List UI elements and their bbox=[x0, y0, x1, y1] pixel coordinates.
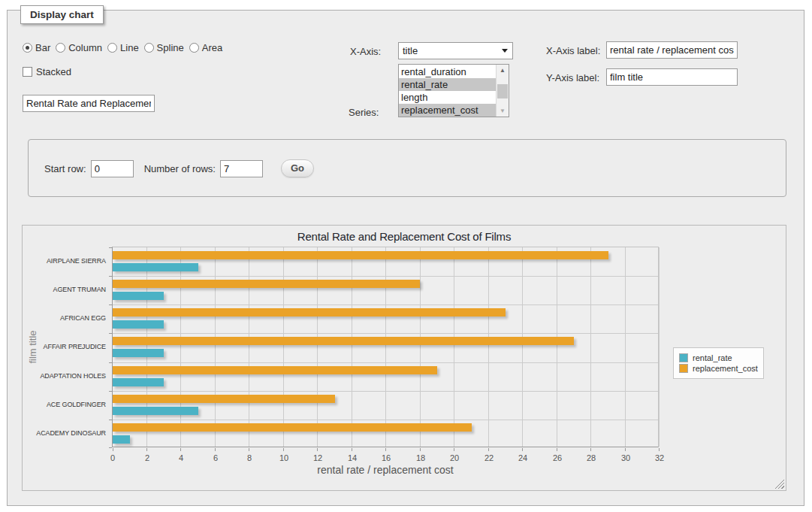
legend-swatch-replacement_cost bbox=[679, 364, 688, 373]
bar-rental_rate bbox=[113, 435, 130, 444]
legend-row-replacement_cost: replacement_cost bbox=[679, 364, 758, 373]
gridline-x bbox=[146, 247, 147, 447]
radio-label-line[interactable]: Line bbox=[120, 42, 139, 53]
radio-area[interactable] bbox=[189, 43, 199, 53]
series-option-rental_duration[interactable]: rental_duration bbox=[399, 65, 496, 78]
bar-replacement_cost bbox=[113, 366, 437, 374]
chart-title-input[interactable] bbox=[23, 95, 155, 112]
radio-spline[interactable] bbox=[144, 43, 154, 53]
radio-column[interactable] bbox=[56, 43, 65, 53]
series-option-replacement_cost[interactable]: replacement_cost bbox=[399, 104, 496, 117]
chart-type-radio-group: BarColumnLineSplineArea bbox=[23, 42, 222, 53]
gridline-y bbox=[113, 333, 658, 334]
chart-x-axis-title: rental rate / replacement cost bbox=[112, 464, 659, 476]
radio-label-column[interactable]: Column bbox=[68, 42, 102, 53]
series-listbox[interactable]: rental_durationrental_ratelengthreplacem… bbox=[398, 64, 509, 117]
bar-replacement_cost bbox=[113, 280, 420, 288]
y-tick-mark bbox=[109, 333, 112, 334]
x-tick-mark bbox=[625, 448, 626, 451]
chart-type-option-line[interactable]: Line bbox=[107, 42, 139, 53]
gridline-y bbox=[113, 391, 658, 392]
y-tick-mark bbox=[109, 247, 112, 248]
y-axis-label-caption: Y-Axis label: bbox=[546, 72, 599, 83]
bar-rental_rate bbox=[113, 320, 164, 329]
series-scrollbar[interactable]: ▲ ▼ bbox=[496, 65, 509, 117]
gridline-x bbox=[625, 247, 626, 447]
x-axis-label-input[interactable] bbox=[606, 41, 738, 59]
chevron-down-icon bbox=[502, 49, 508, 53]
plot-area: 02468101214161820222426283032 bbox=[112, 247, 659, 447]
stacked-option[interactable]: Stacked bbox=[23, 66, 71, 77]
gridline-y bbox=[113, 362, 658, 363]
chart-type-option-column[interactable]: Column bbox=[56, 42, 102, 53]
fieldset-legend: Display chart bbox=[20, 5, 104, 24]
x-tick-label: 28 bbox=[576, 453, 606, 462]
legend-label-rental_rate: rental_rate bbox=[693, 353, 732, 362]
category-label: AFFAIR PREJUDICE bbox=[29, 332, 106, 361]
category-label: ACE GOLDFINGER bbox=[29, 390, 106, 419]
category-label: AFRICAN EGG bbox=[29, 304, 106, 332]
x-tick-label: 32 bbox=[644, 453, 675, 462]
y-tick-mark bbox=[109, 391, 112, 392]
x-tick-mark bbox=[215, 448, 216, 451]
y-axis-label-input[interactable] bbox=[606, 68, 738, 86]
chart-legend: rental_ratereplacement_cost bbox=[673, 347, 764, 379]
x-axis-select-label: X-Axis: bbox=[350, 46, 381, 57]
gridline-x bbox=[659, 247, 660, 447]
scrollbar-thumb[interactable] bbox=[497, 84, 508, 98]
stacked-checkbox[interactable] bbox=[23, 67, 32, 77]
x-tick-label: 18 bbox=[406, 453, 436, 462]
chart-type-option-spline[interactable]: Spline bbox=[144, 42, 184, 53]
x-axis-select[interactable]: title bbox=[398, 42, 513, 59]
x-tick-label: 24 bbox=[508, 453, 538, 462]
x-tick-mark bbox=[113, 448, 113, 451]
radio-label-bar[interactable]: Bar bbox=[35, 42, 50, 53]
y-tick-mark bbox=[109, 362, 112, 363]
start-row-input[interactable] bbox=[91, 160, 134, 177]
radio-label-spline[interactable]: Spline bbox=[157, 42, 184, 53]
legend-label-replacement_cost: replacement_cost bbox=[693, 364, 758, 373]
num-rows-input[interactable] bbox=[220, 160, 263, 177]
x-tick-label: 22 bbox=[474, 453, 504, 462]
gridline-y bbox=[113, 304, 658, 305]
category-labels: AIRPLANE SIERRAAGENT TRUMANAFRICAN EGGAF… bbox=[29, 247, 106, 447]
gridline-x bbox=[352, 247, 352, 447]
x-tick-mark bbox=[146, 448, 147, 451]
category-label: ACADEMY DINOSAUR bbox=[29, 419, 106, 447]
stacked-label[interactable]: Stacked bbox=[36, 66, 71, 77]
radio-bar-checked[interactable] bbox=[23, 43, 32, 53]
x-tick-mark bbox=[420, 448, 421, 451]
y-tick-mark bbox=[109, 276, 112, 277]
chart-panel: Rental Rate and Replacement Cost of Film… bbox=[22, 225, 786, 491]
gridline-y bbox=[113, 276, 658, 277]
gridline-x bbox=[420, 247, 421, 447]
go-button[interactable]: Go bbox=[281, 159, 314, 177]
x-tick-mark bbox=[488, 448, 489, 451]
x-tick-label: 8 bbox=[234, 453, 264, 462]
chart-type-option-area[interactable]: Area bbox=[189, 42, 222, 53]
x-tick-mark bbox=[352, 448, 352, 451]
series-select-label: Series: bbox=[349, 107, 379, 118]
gridline-x bbox=[590, 247, 591, 447]
resize-grip-icon[interactable] bbox=[774, 479, 784, 489]
series-option-rental_rate[interactable]: rental_rate bbox=[399, 78, 496, 91]
series-option-length[interactable]: length bbox=[399, 91, 496, 104]
scroll-down-icon[interactable]: ▼ bbox=[497, 105, 509, 117]
gridline-y bbox=[113, 420, 658, 420]
bar-replacement_cost bbox=[113, 251, 608, 259]
bar-rental_rate bbox=[113, 349, 164, 357]
gridline-x bbox=[180, 247, 181, 447]
radio-line[interactable] bbox=[107, 43, 117, 53]
x-tick-label: 10 bbox=[269, 453, 299, 462]
gridline-x bbox=[215, 247, 216, 447]
gridline-x bbox=[249, 247, 249, 447]
scroll-up-icon[interactable]: ▲ bbox=[497, 65, 509, 76]
x-axis-selected-value: title bbox=[403, 45, 502, 56]
start-row-label: Start row: bbox=[44, 163, 86, 174]
x-tick-label: 16 bbox=[371, 453, 401, 462]
bar-rental_rate bbox=[113, 378, 164, 386]
legend-row-rental_rate: rental_rate bbox=[679, 353, 758, 362]
radio-label-area[interactable]: Area bbox=[202, 42, 222, 53]
gridline-x bbox=[522, 247, 523, 447]
chart-type-option-bar[interactable]: Bar bbox=[23, 42, 50, 53]
